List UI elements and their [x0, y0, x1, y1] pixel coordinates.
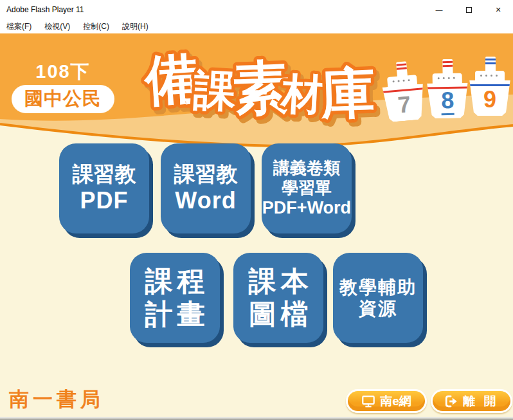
menu-control[interactable]: 控制(C) — [79, 20, 113, 33]
maximize-icon — [466, 7, 472, 13]
grade-number: 9 — [483, 88, 496, 111]
grade-tab-8[interactable]: 8 — [426, 59, 469, 118]
nan-e-net-label: 南e網 — [380, 393, 411, 410]
window-titlebar: Adobe Flash Player 11 — ✕ — [0, 0, 513, 19]
teaching-aid-resources-button[interactable]: 教學輔助 資源 — [333, 253, 423, 343]
button-label: PDF+Word — [262, 198, 351, 219]
subject-badge: 國中公民 — [12, 85, 114, 113]
semester-label: 108下 — [19, 59, 107, 85]
flash-stage: 108下 國中公民 備 課 素 材 庫 備 課 素 材 庫 — [0, 33, 513, 417]
nan-e-net-button[interactable]: 南e網 — [346, 389, 427, 413]
curriculum-plan-button[interactable]: 課程 計畫 — [130, 253, 220, 343]
window-controls: — ✕ — [424, 0, 513, 19]
window-title: Adobe Flash Player 11 — [0, 5, 424, 14]
grade-number: 7 — [397, 93, 411, 117]
grade-tab-7[interactable]: 7 — [379, 60, 427, 122]
title-char: 課 — [192, 66, 239, 115]
boat-hull-icon: 9 — [469, 80, 511, 116]
button-label: 教學輔助 — [339, 277, 417, 298]
boat-cabin-icon — [433, 73, 462, 84]
boat-hull-icon: 8 — [426, 82, 469, 118]
close-icon: ✕ — [495, 6, 501, 14]
title-char: 材 — [280, 69, 326, 118]
exit-icon — [444, 394, 458, 408]
window-bottom-edge — [0, 417, 513, 420]
button-label: 資源 — [359, 298, 397, 319]
textbook-pdf-button[interactable]: 課習教 PDF — [59, 143, 149, 233]
menu-bar: 檔案(F) 檢視(V) 控制(C) 說明(H) — [0, 19, 513, 33]
flash-player-window: Adobe Flash Player 11 — ✕ 檔案(F) 檢視(V) 控制… — [0, 0, 513, 420]
button-label: 圖檔 — [249, 298, 313, 331]
title-char: 庫 — [320, 62, 376, 125]
minimize-icon: — — [436, 6, 443, 14]
exit-button[interactable]: 離 開 — [431, 389, 512, 413]
button-label: 課習教 — [73, 162, 136, 187]
maximize-button[interactable] — [454, 0, 483, 19]
textbook-images-button[interactable]: 課本 圖檔 — [233, 253, 323, 343]
button-label: Word — [175, 187, 236, 214]
grade-tab-9[interactable]: 9 — [469, 57, 511, 116]
boat-hull-icon: 7 — [381, 84, 427, 123]
button-label: 計畫 — [145, 298, 210, 331]
boat-cabin-icon — [475, 71, 505, 81]
menu-help[interactable]: 說明(H) — [118, 20, 152, 33]
menu-file[interactable]: 檔案(F) — [3, 20, 35, 33]
button-label: 課程 — [145, 265, 210, 298]
monitor-icon — [361, 394, 375, 408]
button-label: 學習單 — [282, 178, 332, 198]
minimize-button[interactable]: — — [424, 0, 454, 19]
button-label: 講義卷類 — [273, 158, 340, 178]
exit-label: 離 開 — [463, 393, 498, 410]
close-button[interactable]: ✕ — [483, 0, 513, 19]
title-char: 備 — [141, 47, 201, 111]
grade-number-selected: 8 — [441, 89, 455, 115]
publisher-logo: 南一書局 — [9, 386, 104, 413]
menu-view[interactable]: 檢視(V) — [40, 20, 74, 33]
button-label: 課本 — [249, 265, 313, 298]
handouts-worksheets-button[interactable]: 講義卷類 學習單 PDF+Word — [262, 143, 352, 233]
page-title: 備 課 素 材 庫 備 課 素 材 庫 — [136, 33, 393, 130]
textbook-word-button[interactable]: 課習教 Word — [161, 143, 251, 233]
button-label: PDF — [80, 187, 129, 214]
button-label: 課習教 — [174, 162, 238, 187]
